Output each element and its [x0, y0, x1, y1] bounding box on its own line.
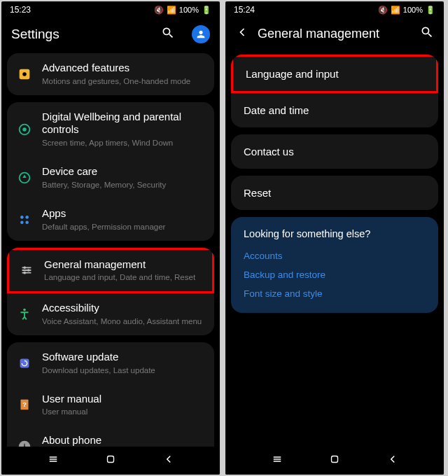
svg-rect-28: [332, 456, 338, 463]
item-title: Advanced features: [42, 62, 204, 75]
svg-text:?: ?: [22, 401, 27, 408]
header: General management: [225, 18, 444, 52]
home-button[interactable]: [328, 453, 341, 468]
general-management-screen: 15:24 🔇 📶 100% 🔋 General management Lang…: [225, 1, 444, 475]
gm-item[interactable]: Reset: [231, 176, 438, 210]
svg-rect-24: [108, 456, 114, 463]
settings-screen: 15:23 🔇 📶 100% 🔋 Settings Advanced featu…: [1, 1, 220, 475]
back-button[interactable]: [162, 453, 175, 468]
item-title: About phone: [42, 434, 204, 447]
item-subtitle: Screen time, App timers, Wind Down: [42, 138, 204, 148]
about-icon: i: [17, 439, 32, 447]
page-title: Settings: [11, 27, 153, 42]
home-button[interactable]: [104, 453, 117, 468]
battery-text: 100%: [403, 6, 423, 14]
back-icon[interactable]: [235, 25, 249, 42]
status-time: 15:24: [234, 5, 255, 15]
svg-point-1: [22, 72, 27, 76]
settings-group: Advanced featuresMotions and gestures, O…: [7, 53, 214, 95]
item-title: General management: [44, 258, 202, 272]
status-icons: 🔇 📶 100% 🔋: [378, 6, 435, 15]
item-title: Digital Wellbeing and parental controls: [42, 111, 204, 137]
gm-item[interactable]: Contact us: [231, 134, 438, 169]
item-title: Accessibility: [42, 302, 204, 315]
settings-item-about[interactable]: iAbout phoneStatus, Legal information, P…: [7, 426, 214, 447]
suggest-link[interactable]: Accounts: [244, 246, 426, 265]
mute-icon: 🔇: [154, 6, 164, 15]
status-bar: 15:23 🔇 📶 100% 🔋: [1, 1, 220, 18]
back-button[interactable]: [386, 453, 399, 468]
looking-for-title: Looking for something else?: [244, 228, 426, 239]
signal-icon: 📶: [167, 6, 176, 15]
svg-point-14: [23, 272, 26, 274]
item-title: Device care: [42, 165, 204, 178]
item-subtitle: Default apps, Permission manager: [42, 222, 204, 232]
manual-icon: ?: [17, 397, 32, 412]
apps-icon: [17, 212, 32, 227]
page-title: General management: [258, 27, 412, 41]
svg-point-8: [25, 220, 29, 224]
battery-icon: 🔋: [426, 6, 435, 15]
svg-point-6: [25, 216, 29, 219]
settings-item-general[interactable]: General managementLanguage and input, Da…: [7, 248, 214, 294]
svg-point-13: [27, 270, 30, 272]
status-icons: 🔇 📶 100% 🔋: [154, 6, 211, 15]
search-icon[interactable]: [420, 25, 434, 42]
settings-item-wellbeing[interactable]: Digital Wellbeing and parental controlsS…: [7, 102, 214, 157]
item-subtitle: Download updates, Last update: [42, 365, 204, 376]
item-subtitle: User manual: [42, 407, 204, 417]
settings-item-manual[interactable]: ?User manualUser manual: [7, 384, 214, 426]
gm-list: Language and inputDate and timeContact u…: [225, 52, 444, 447]
svg-point-15: [23, 309, 26, 312]
settings-group: Software updateDownload updates, Last up…: [7, 342, 214, 447]
battery-icon: 🔋: [202, 6, 211, 15]
status-bar: 15:24 🔇 📶 100% 🔋: [225, 1, 444, 18]
suggest-link[interactable]: Font size and style: [244, 284, 426, 303]
settings-list: Advanced featuresMotions and gestures, O…: [1, 53, 220, 447]
item-subtitle: Voice Assistant, Mono audio, Assistant m…: [42, 316, 204, 327]
nav-bar: [225, 447, 444, 475]
svg-point-3: [22, 127, 27, 132]
general-icon: [19, 262, 34, 278]
svg-text:i: i: [23, 442, 25, 447]
gm-item[interactable]: Date and time: [231, 93, 438, 127]
item-title: Software update: [42, 351, 204, 364]
nav-bar: [1, 447, 220, 475]
account-avatar[interactable]: [192, 25, 210, 43]
settings-item-advanced[interactable]: Advanced featuresMotions and gestures, O…: [7, 53, 214, 95]
svg-point-12: [23, 267, 26, 270]
settings-item-update[interactable]: Software updateDownload updates, Last up…: [7, 342, 214, 384]
status-time: 15:23: [10, 5, 31, 15]
svg-rect-16: [20, 358, 29, 368]
settings-item-devicecare[interactable]: Device careBattery, Storage, Memory, Sec…: [7, 157, 214, 199]
svg-point-7: [20, 220, 24, 224]
looking-for-card: Looking for something else?AccountsBacku…: [231, 217, 438, 313]
advanced-icon: [17, 66, 32, 82]
item-subtitle: Motions and gestures, One-handed mode: [42, 76, 204, 87]
devicecare-icon: [17, 170, 32, 186]
settings-item-accessibility[interactable]: AccessibilityVoice Assistant, Mono audio…: [7, 293, 214, 335]
battery-text: 100%: [179, 6, 199, 14]
recents-button[interactable]: [271, 453, 284, 468]
recents-button[interactable]: [47, 453, 59, 468]
mute-icon: 🔇: [378, 6, 388, 15]
item-title: Apps: [42, 207, 204, 220]
signal-icon: 📶: [391, 6, 400, 15]
suggest-link[interactable]: Backup and restore: [244, 265, 426, 284]
svg-point-5: [20, 216, 24, 219]
settings-group: Digital Wellbeing and parental controlsS…: [7, 102, 214, 241]
accessibility-icon: [17, 307, 32, 322]
item-subtitle: Battery, Storage, Memory, Security: [42, 180, 204, 190]
gm-item[interactable]: Language and input: [231, 55, 438, 93]
header: Settings: [1, 18, 220, 53]
settings-group: General managementLanguage and input, Da…: [7, 248, 214, 335]
item-title: User manual: [42, 393, 204, 406]
item-subtitle: Language and input, Date and time, Reset: [44, 272, 202, 283]
wellbeing-icon: [17, 122, 32, 137]
search-icon[interactable]: [161, 26, 175, 43]
update-icon: [17, 356, 32, 371]
settings-item-apps[interactable]: AppsDefault apps, Permission manager: [7, 199, 214, 241]
gm-group: Language and inputDate and time: [231, 55, 438, 127]
